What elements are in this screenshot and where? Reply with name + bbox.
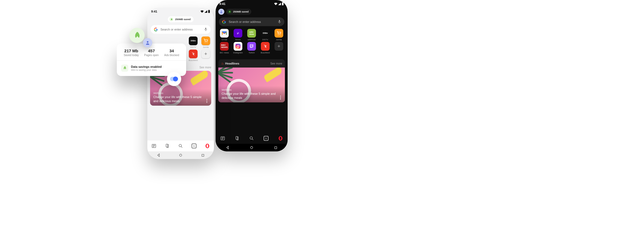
speed-dial-label: Jumia	[276, 38, 282, 41]
speed-dial-item[interactable]: Gmail	[218, 29, 230, 41]
battery-icon	[208, 10, 210, 13]
speed-dial-item[interactable]: Buzzfeed	[188, 50, 199, 62]
data-saved-pill[interactable]: 250MB saved	[168, 16, 193, 22]
status-time: 9:41	[151, 10, 157, 13]
back-icon[interactable]	[157, 153, 160, 157]
speed-dial-label: IBC news	[220, 51, 229, 54]
speed-dial-label: News	[235, 38, 241, 41]
svg-rect-6	[235, 44, 240, 49]
stat-label: Ads blocked	[162, 54, 182, 57]
stat-label: Pages open	[141, 54, 162, 57]
speed-dial-tile	[189, 50, 198, 58]
mic-icon[interactable]	[278, 20, 281, 24]
offline-icon[interactable]	[235, 136, 240, 141]
leaf-icon	[121, 65, 128, 72]
saved-pill-label: 250MB saved	[233, 10, 249, 13]
speed-dial-label: Twitch	[249, 51, 255, 54]
svg-rect-0	[282, 2, 284, 5]
popover-stats: 217 Mb Saved today 457 Pages open 34 Ads…	[121, 48, 182, 57]
google-icon	[154, 28, 158, 31]
home-icon[interactable]	[250, 146, 254, 149]
data-savings-badge[interactable]	[129, 28, 145, 43]
speed-dial-item[interactable]: y!News	[232, 29, 244, 41]
svg-rect-20	[205, 28, 206, 30]
svg-point-16	[251, 146, 253, 149]
profile-badge[interactable]	[143, 38, 152, 47]
search-bar[interactable]: Search or enter address	[151, 25, 211, 34]
stat-value: 457	[141, 48, 162, 53]
article-menu-icon[interactable]: ⋮	[278, 95, 283, 100]
article-category: Wellness	[222, 88, 277, 91]
svg-rect-18	[208, 10, 210, 13]
search-placeholder: Search or enter address	[229, 20, 261, 23]
speed-dial-tile: DStv	[189, 36, 198, 45]
news-icon[interactable]	[151, 144, 156, 148]
speed-dial-tile: BBC NEWS	[220, 42, 229, 51]
user-icon	[220, 10, 223, 13]
add-speed-dial[interactable]: +	[200, 50, 211, 62]
speed-dial-tile	[275, 29, 283, 38]
android-navbar	[147, 151, 214, 159]
article-menu-icon[interactable]: ⋮	[205, 98, 209, 103]
speed-dial-label: DSTV	[262, 38, 268, 41]
recents-icon[interactable]	[201, 154, 205, 157]
data-savings-popover: 217 Mb Saved today 457 Pages open 34 Ads…	[117, 44, 186, 76]
back-icon[interactable]	[226, 146, 229, 149]
opera-icon[interactable]	[205, 144, 210, 148]
avatar[interactable]	[218, 9, 224, 15]
speed-dial-item[interactable]: Jumia	[273, 29, 285, 41]
google-icon	[222, 20, 226, 24]
article-card[interactable]: Wellness Change your life with these 5 s…	[218, 68, 285, 102]
speed-dial-label: wikiHow	[248, 38, 255, 41]
speed-dial-item[interactable]: wiki HowwikiHow	[246, 29, 258, 41]
see-more-link[interactable]: See more	[270, 62, 282, 65]
news-icon[interactable]	[220, 136, 225, 141]
phone-light: 9:41 250MB saved Search or enter address…	[147, 8, 214, 159]
speed-dial-item[interactable]: Buzzfeed	[259, 42, 271, 54]
speed-dial-item[interactable]: Instagram	[232, 42, 244, 54]
signal-icon	[204, 10, 207, 13]
opera-icon[interactable]	[278, 136, 283, 141]
speed-dial-item[interactable]: DStvDSTV	[259, 29, 271, 41]
add-speed-dial[interactable]: +	[273, 42, 285, 54]
tabs-icon[interactable]: 1	[264, 136, 269, 141]
speed-dial-item[interactable]: Twitch	[246, 42, 258, 54]
recents-icon[interactable]	[274, 146, 278, 149]
browser-toolbar: 1	[216, 133, 288, 144]
speed-dial-label: Instagram	[233, 51, 243, 54]
offline-icon[interactable]	[165, 144, 170, 148]
chip-row: 250MB saved	[147, 15, 214, 23]
fire-icon: ♨	[221, 62, 224, 65]
mic-icon[interactable]	[204, 28, 207, 31]
home-icon[interactable]	[179, 153, 183, 157]
see-more-link[interactable]: See more	[199, 66, 211, 69]
android-navbar	[216, 144, 288, 151]
svg-point-25	[179, 144, 181, 147]
leaf-icon	[228, 11, 231, 13]
svg-rect-19	[209, 10, 209, 10]
svg-point-4	[278, 35, 279, 35]
battery-icon	[282, 2, 284, 5]
search-icon[interactable]	[249, 136, 254, 141]
leaf-icon	[170, 18, 173, 21]
speed-dial: Gmaily!Newswiki HowwikiHowDStvDSTVJumiaB…	[216, 29, 288, 54]
svg-point-8	[239, 45, 239, 45]
stat-value: 217 Mb	[121, 48, 141, 53]
search-placeholder: Search or enter address	[160, 28, 193, 31]
status-icons	[200, 10, 210, 13]
speed-dial-item[interactable]: DStvDSTV	[188, 36, 199, 48]
article-category: Wellness	[153, 92, 203, 94]
data-saved-pill[interactable]: 250MB saved	[226, 9, 251, 15]
speed-dial-label: Gmail	[222, 38, 227, 41]
tabs-icon[interactable]: 1	[192, 144, 196, 148]
speed-dial-item[interactable]: BBC NEWSIBC news	[218, 42, 230, 54]
svg-rect-17	[275, 146, 277, 149]
search-icon[interactable]	[178, 144, 183, 148]
data-savings-switch[interactable]	[167, 72, 181, 86]
search-bar[interactable]: Search or enter address	[219, 17, 284, 26]
stat-ads-blocked: 34 Ads blocked	[162, 48, 182, 57]
speed-dial-item[interactable]: Jumia	[200, 36, 211, 48]
speed-dial-tile	[234, 42, 242, 51]
svg-point-27	[206, 144, 208, 148]
speed-dial-label: Buzzfeed	[189, 59, 198, 62]
